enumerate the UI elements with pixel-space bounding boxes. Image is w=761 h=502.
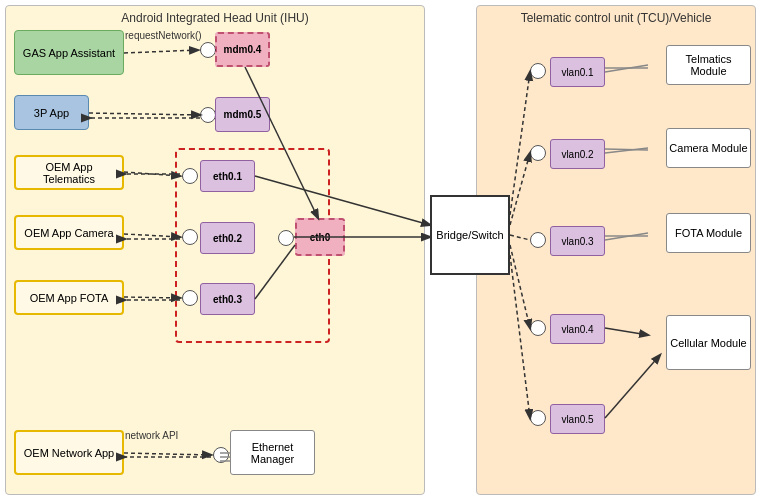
mdm04-circle [200,42,216,58]
gas-app-box: GAS App Assistant [14,30,124,75]
vlan01-node: vlan0.1 [550,57,605,87]
mdm05-node: mdm0.5 [215,97,270,132]
vlan03-circle [530,232,546,248]
vlan05-node: vlan0.5 [550,404,605,434]
request-network-label: requestNetwork() [125,30,202,41]
oem-fota-box: OEM App FOTA [14,280,124,315]
bridge-switch-box: Bridge/Switch [430,195,510,275]
ihu-title: Android Integrated Head Unit (IHU) [121,11,308,25]
eth0-node: eth0 [295,218,345,256]
telematics-module-box: Telmatics Module [666,45,751,85]
eth03-circle [182,290,198,306]
oem-network-box: OEM Network App [14,430,124,475]
ethernet-manager-box: Ethernet Manager [230,430,315,475]
eth03-node: eth0.3 [200,283,255,315]
app-3p-box: 3P App [14,95,89,130]
eth02-node: eth0.2 [200,222,255,254]
vlan04-node: vlan0.4 [550,314,605,344]
vlan02-node: vlan0.2 [550,139,605,169]
oem-telematics-box: OEM App Telematics [14,155,124,190]
eth-manager-circle [213,447,229,463]
vlan05-circle [530,410,546,426]
mdm05-circle [200,107,216,123]
vlan03-node: vlan0.3 [550,226,605,256]
vlan01-circle [530,63,546,79]
network-api-label: network API [125,430,178,441]
eth01-circle [182,168,198,184]
eth01-node: eth0.1 [200,160,255,192]
vlan02-circle [530,145,546,161]
fota-module-box: FOTA Module [666,213,751,253]
eth0-circle [278,230,294,246]
vlan04-circle [530,320,546,336]
eth02-circle [182,229,198,245]
cellular-module-box: Cellular Module [666,315,751,370]
mdm04-node: mdm0.4 [215,32,270,67]
oem-camera-box: OEM App Camera [14,215,124,250]
tcu-title: Telematic control unit (TCU)/Vehicle [521,11,712,25]
camera-module-box: Camera Module [666,128,751,168]
